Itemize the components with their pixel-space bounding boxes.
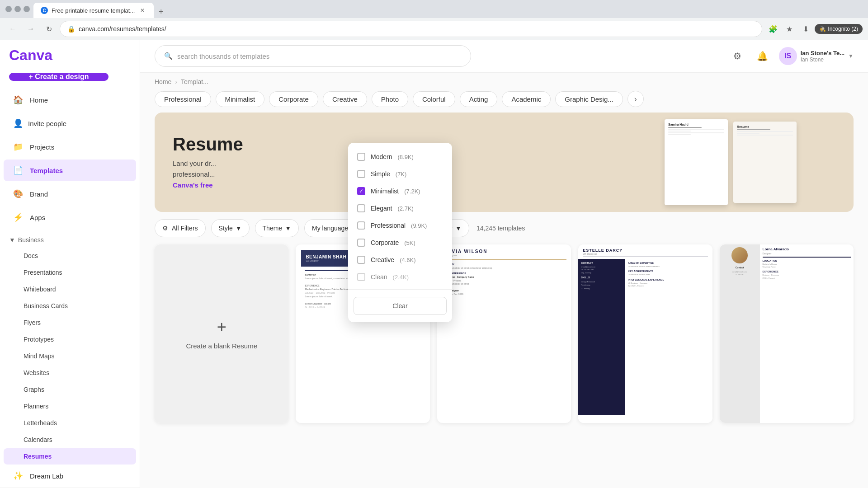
window-close[interactable] (24, 6, 30, 12)
dropdown-item-modern[interactable]: Modern (8.9K) (348, 148, 452, 165)
chip-creative[interactable]: Creative (323, 91, 367, 107)
refresh-button[interactable]: ↻ (42, 22, 56, 36)
lock-icon: 🔒 (67, 25, 75, 33)
sidebar-item-docs[interactable]: Docs (4, 248, 136, 264)
apps-label: Apps (30, 214, 45, 221)
chip-photo[interactable]: Photo (372, 91, 408, 107)
dropdown-item-creative[interactable]: Creative (4.6K) (348, 251, 452, 268)
resume-preview-1: Samira Hadid (665, 119, 728, 205)
chip-graphic-design[interactable]: Graphic Desig... (555, 91, 623, 107)
checkbox-simple[interactable] (357, 170, 365, 178)
dropdown-item-professional-label: Professional (371, 222, 406, 229)
sidebar-item-prototypes[interactable]: Prototypes (4, 331, 136, 347)
checkbox-corporate[interactable] (357, 239, 365, 247)
sidebar-item-brand[interactable]: 🎨 Brand (4, 183, 136, 205)
theme-filter-button[interactable]: Theme ▼ (255, 219, 299, 237)
dropdown-item-corporate[interactable]: Corporate (5K) (348, 234, 452, 251)
template-card-2[interactable]: OLIVIA WILSON UX Designer Summary Lorem … (437, 244, 571, 423)
business-section-header[interactable]: ▼ Business (0, 233, 140, 247)
sidebar-item-mind-maps[interactable]: Mind Maps (4, 348, 136, 364)
checkbox-creative[interactable] (357, 256, 365, 264)
chip-colorful[interactable]: Colorful (413, 91, 455, 107)
dropdown-clear-button[interactable]: Clear (354, 297, 447, 315)
dropdown-item-elegant[interactable]: Elegant (2.7K) (348, 200, 452, 217)
chip-more-button[interactable]: › (627, 91, 644, 107)
invite-icon: 👤 (13, 118, 24, 129)
template-card-4[interactable]: Contact email@email.com +1 234 567 Lorna… (720, 244, 854, 423)
window-minimize[interactable] (5, 6, 12, 12)
sidebar-item-resumes[interactable]: Resumes (4, 448, 136, 465)
hero-images: Samira Hadid Resume (637, 117, 844, 207)
sidebar-item-presentations[interactable]: Presentations (4, 264, 136, 281)
dropdown-item-minimalist[interactable]: ✓ Minimalist (7.2K) (348, 183, 452, 200)
user-info: Ian Stone's Te... Ian Stone (801, 50, 844, 63)
dropdown-item-professional[interactable]: Professional (9.9K) (348, 217, 452, 234)
user-section[interactable]: IS Ian Stone's Te... Ian Stone ▼ (779, 47, 854, 65)
extensions-button[interactable]: 🧩 (766, 22, 780, 36)
active-tab[interactable]: C Free printable resume templat... ✕ (33, 3, 154, 18)
sidebar-item-business-cards[interactable]: Business Cards (4, 298, 136, 314)
rc-olivia-name: OLIVIA WILSON (442, 249, 566, 254)
dropdown-item-minimalist-label: Minimalist (371, 188, 399, 195)
style-dropdown[interactable]: Modern (8.9K) Simple (7K) ✓ Minimalist (… (348, 143, 452, 322)
address-bar[interactable]: 🔒 canva.com/resumes/templates/ (60, 21, 762, 37)
checkbox-modern[interactable] (357, 153, 365, 161)
template-card-3[interactable]: ESTELLE DARCY UX Designer CONTACT email@… (578, 244, 712, 423)
search-icon: 🔍 (164, 52, 173, 60)
forward-button[interactable]: → (24, 22, 38, 36)
tab-close-button[interactable]: ✕ (138, 6, 146, 14)
sidebar-item-projects[interactable]: 📁 Projects (4, 136, 136, 158)
sidebar-header: Canva (0, 40, 140, 71)
checkbox-elegant[interactable] (357, 204, 365, 212)
create-design-button[interactable]: + Create a design (9, 73, 108, 81)
hero-text: Resume Land your dr...professional... Ca… (155, 116, 261, 209)
browser-actions: 🧩 ★ ⬇ 🕵 Incognito (2) (766, 22, 863, 36)
chip-professional[interactable]: Professional (155, 91, 211, 107)
dropdown-item-clean[interactable]: Clean (2.4K) (348, 268, 452, 286)
canva-logo[interactable]: Canva (9, 47, 52, 64)
create-blank-card[interactable]: + Create a blank Resume (155, 244, 288, 423)
sidebar-item-planners[interactable]: Planners (4, 398, 136, 414)
sidebar-item-invite[interactable]: 👤 Invite people (4, 113, 136, 133)
dropdown-item-modern-label: Modern (371, 153, 392, 160)
rc3-name: ESTELLE DARCY (583, 248, 708, 253)
bookmark-button[interactable]: ★ (782, 22, 797, 36)
notifications-button[interactable]: 🔔 (754, 47, 772, 65)
checkbox-professional[interactable] (357, 221, 365, 230)
sidebar-item-flyers[interactable]: Flyers (4, 314, 136, 331)
chip-academic[interactable]: Academic (502, 91, 551, 107)
hero-subtitle: Land your dr...professional... Canva's f… (173, 158, 243, 191)
sidebar-item-dreamlab[interactable]: ✨ Dream Lab (4, 465, 136, 487)
rc4-sidebar: Contact email@email.com +1 234 567 (720, 244, 760, 423)
breadcrumb-home[interactable]: Home (155, 78, 171, 85)
style-filter-button[interactable]: Style ▼ (211, 219, 250, 237)
chip-acting[interactable]: Acting (460, 91, 498, 107)
sidebar-item-home[interactable]: 🏠 Home (4, 89, 136, 111)
checkbox-clean[interactable] (357, 273, 365, 281)
chip-corporate[interactable]: Corporate (269, 91, 318, 107)
home-label: Home (30, 96, 48, 104)
theme-label: Theme (263, 225, 283, 232)
checkbox-minimalist[interactable]: ✓ (357, 187, 365, 195)
sidebar-item-templates[interactable]: 📄 Templates (4, 160, 136, 181)
sidebar-item-calendars[interactable]: Calendars (4, 432, 136, 448)
search-bar[interactable]: 🔍 search thousands of templates (155, 45, 471, 67)
download-button[interactable]: ⬇ (798, 22, 813, 36)
sidebar-item-letterheads[interactable]: Letterheads (4, 415, 136, 431)
all-filters-button[interactable]: ⚙ All Filters (155, 219, 206, 237)
sidebar-item-websites[interactable]: Websites (4, 365, 136, 381)
template-card-4-image: Contact email@email.com +1 234 567 Lorna… (720, 244, 854, 423)
window-maximize[interactable] (14, 6, 21, 12)
chip-minimalist[interactable]: Minimalist (216, 91, 265, 107)
back-button[interactable]: ← (5, 22, 20, 36)
dropdown-item-creative-label: Creative (371, 256, 394, 263)
settings-button[interactable]: ⚙ (728, 47, 746, 65)
dropdown-item-simple[interactable]: Simple (7K) (348, 165, 452, 183)
sidebar-item-graphs[interactable]: Graphs (4, 381, 136, 398)
sidebar-item-apps[interactable]: ⚡ Apps (4, 206, 136, 228)
breadcrumb-section[interactable]: Templat... (181, 78, 208, 85)
sidebar-item-whiteboard[interactable]: Whiteboard (4, 281, 136, 297)
tab-favicon: C (41, 7, 48, 14)
new-tab-button[interactable]: + (155, 5, 167, 18)
dropdown-item-simple-count: (7K) (396, 171, 407, 178)
